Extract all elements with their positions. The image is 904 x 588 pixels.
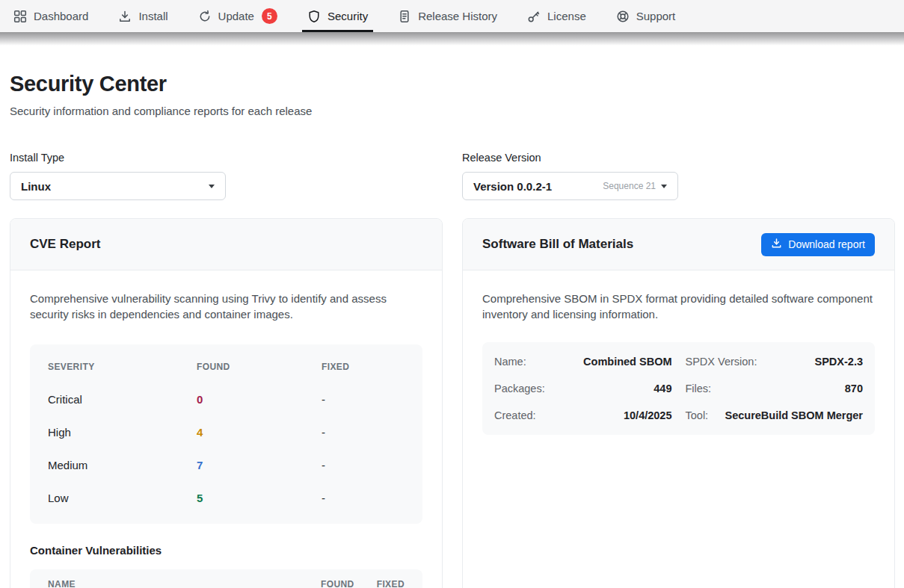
sbom-description: Comprehensive SBOM in SPDX format provid… — [482, 291, 875, 323]
meta-value: 10/4/2025 — [624, 409, 672, 421]
filters-row: Install Type Linux Release Version Versi… — [10, 152, 894, 200]
install-type-value: Linux — [21, 180, 51, 193]
severity-name: Critical — [48, 393, 197, 406]
nav-item-security[interactable]: Security — [307, 0, 368, 32]
column-header-fixed: Fixed — [377, 579, 405, 588]
sbom-card-header: Software Bill of Materials Download repo… — [463, 219, 894, 270]
severity-name: Medium — [48, 459, 197, 471]
severity-name: High — [48, 426, 197, 439]
release-sequence-label: Sequence 21 — [603, 181, 656, 191]
nav-item-release-history[interactable]: Release History — [398, 0, 497, 32]
shield-icon — [307, 10, 321, 23]
sbom-card-body: Comprehensive SBOM in SPDX format provid… — [463, 270, 894, 455]
release-version-select[interactable]: Version 0.0.2-1 Sequence 21 — [462, 172, 678, 200]
found-count: 5 — [197, 492, 322, 504]
meta-label: Packages: — [494, 383, 545, 394]
nav-item-update[interactable]: Update 5 — [198, 0, 277, 32]
nav-item-support[interactable]: Support — [616, 0, 676, 32]
meta-label: Tool: — [686, 409, 709, 421]
meta-value: SPDX-2.3 — [815, 356, 863, 368]
nav-label: Install — [138, 10, 167, 22]
install-type-label: Install Type — [10, 152, 443, 164]
meta-value: 870 — [845, 383, 863, 394]
sbom-card: Software Bill of Materials Download repo… — [462, 218, 895, 588]
release-version-filter: Release Version Version 0.0.2-1 Sequence… — [462, 152, 895, 200]
top-navigation: Dashboard Install Update 5 Security — [0, 0, 904, 32]
container-vulnerabilities-table-header: Name Found Fixed — [30, 569, 422, 588]
cve-card-body: Comprehensive vulnerability scanning usi… — [10, 270, 442, 588]
document-icon — [398, 10, 411, 23]
cve-report-card: CVE Report Comprehensive vulnerability s… — [10, 218, 443, 588]
chevron-down-icon — [661, 185, 667, 188]
page-content: Security Center Security information and… — [0, 72, 904, 588]
table-row: Medium 7 - — [30, 449, 422, 482]
severity-name: Low — [48, 492, 197, 504]
meta-spdx-version: SPDX Version: SPDX-2.3 — [686, 348, 864, 375]
update-count-badge: 5 — [262, 8, 277, 24]
cve-card-title: CVE Report — [30, 237, 100, 252]
nav-label: Dashboard — [34, 10, 88, 22]
refresh-icon — [198, 10, 212, 23]
nav-item-install[interactable]: Install — [118, 0, 167, 32]
meta-created: Created: 10/4/2025 — [494, 402, 672, 429]
fixed-count: - — [322, 393, 405, 406]
meta-value: SecureBuild SBOM Merger — [725, 409, 863, 421]
scroll-shadow — [0, 32, 904, 46]
sbom-card-title: Software Bill of Materials — [482, 237, 633, 252]
cve-description: Comprehensive vulnerability scanning usi… — [30, 291, 422, 323]
meta-files: Files: 870 — [686, 375, 864, 402]
grid-icon — [13, 10, 27, 23]
column-header-severity: Severity — [48, 362, 197, 372]
fixed-count: - — [322, 492, 405, 504]
nav-item-dashboard[interactable]: Dashboard — [13, 0, 88, 32]
nav-label: License — [547, 10, 586, 22]
meta-label: Name: — [494, 356, 526, 368]
meta-tool: Tool: SecureBuild SBOM Merger — [686, 402, 864, 429]
nav-label: Support — [636, 10, 676, 22]
meta-label: Files: — [686, 383, 712, 394]
table-row: Low 5 - — [30, 482, 422, 515]
chevron-down-icon — [209, 185, 215, 188]
meta-value: 449 — [654, 383, 671, 394]
cve-card-header: CVE Report — [10, 219, 442, 270]
page-title: Security Center — [10, 72, 894, 96]
page-subtitle: Security information and compliance repo… — [10, 105, 894, 117]
sbom-metadata-panel: Name: Combined SBOM SPDX Version: SPDX-2… — [482, 342, 875, 435]
meta-value: Combined SBOM — [583, 356, 671, 368]
download-icon — [771, 238, 782, 251]
meta-label: SPDX Version: — [686, 356, 757, 368]
nav-label: Security — [328, 10, 368, 22]
fixed-count: - — [322, 426, 405, 439]
column-header-name: Name — [48, 579, 298, 588]
nav-item-license[interactable]: License — [527, 0, 586, 32]
meta-label: Created: — [494, 409, 536, 421]
column-header-found: Found — [197, 362, 322, 372]
key-icon — [527, 10, 541, 23]
meta-name: Name: Combined SBOM — [494, 348, 672, 375]
cards-row: CVE Report Comprehensive vulnerability s… — [10, 218, 894, 588]
container-vulnerabilities-title: Container Vulnerabilities — [30, 544, 422, 557]
download-icon — [118, 10, 132, 23]
found-count: 0 — [197, 393, 322, 406]
table-row: Critical 0 - — [30, 383, 422, 416]
meta-packages: Packages: 449 — [494, 375, 672, 402]
fixed-count: - — [322, 459, 405, 471]
column-header-found: Found — [321, 579, 354, 588]
found-count: 7 — [197, 459, 322, 471]
release-version-value: Version 0.0.2-1 — [473, 180, 552, 193]
download-report-button[interactable]: Download report — [761, 233, 875, 256]
lifebuoy-icon — [616, 10, 630, 23]
download-report-label: Download report — [788, 238, 865, 250]
severity-table-header: Severity Found Fixed — [30, 350, 422, 383]
found-count: 4 — [197, 426, 322, 439]
column-header-fixed: Fixed — [322, 362, 405, 372]
severity-table: Severity Found Fixed Critical 0 - High 4… — [30, 344, 422, 524]
nav-label: Update — [218, 10, 254, 22]
install-type-filter: Install Type Linux — [10, 152, 443, 200]
release-version-label: Release Version — [462, 152, 895, 164]
install-type-select[interactable]: Linux — [10, 172, 226, 200]
table-row: High 4 - — [30, 416, 422, 449]
nav-label: Release History — [418, 10, 497, 22]
